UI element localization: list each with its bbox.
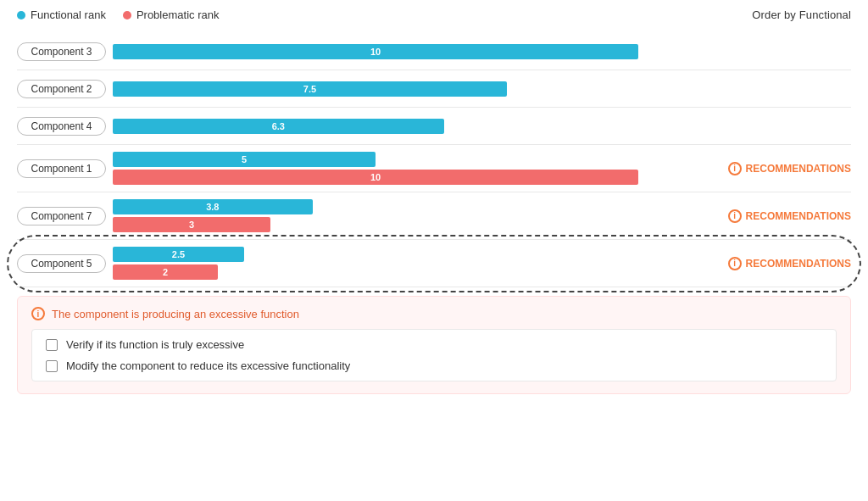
bar-row-red-comp5: 2 — [113, 264, 716, 280]
bar-blue-comp2: 7.5 — [113, 81, 507, 97]
bar-row-blue-comp5: 2.5 — [113, 247, 716, 262]
bar-row-blue-comp7: 3.8 — [113, 199, 716, 214]
row-comp7: Component 73.83iRECOMMENDATIONS — [17, 192, 851, 240]
rec-panel-text: The component is producing an excessive … — [52, 308, 299, 320]
bar-blue-comp7: 3.8 — [113, 199, 313, 214]
rec-panel-header: i The component is producing an excessiv… — [31, 307, 837, 320]
recommendations-tag-comp7[interactable]: iRECOMMENDATIONS — [728, 209, 851, 223]
problematic-legend: Problematic rank — [123, 8, 220, 21]
checkbox-1[interactable] — [46, 360, 58, 372]
bar-label-blue-comp1: 5 — [242, 154, 247, 164]
rec-panel-icon: i — [31, 307, 45, 320]
checkbox-item-0: Verify if its function is truly excessiv… — [46, 338, 822, 351]
rec-icon-comp5: i — [728, 257, 742, 270]
checkbox-label-1: Modify the component to reduce its exces… — [66, 359, 350, 372]
legend-row: Functional rank Problematic rank Order b… — [17, 8, 851, 21]
bar-red-comp5: 2 — [113, 264, 218, 280]
bars-area-comp5: 2.52 — [113, 247, 716, 280]
rec-text-comp1: RECOMMENDATIONS — [746, 163, 851, 175]
chart-row-comp1: Component 1510iRECOMMENDATIONS — [17, 145, 851, 192]
bar-label-blue-comp2: 7.5 — [303, 84, 316, 94]
functional-dot — [17, 11, 25, 19]
component-label-comp2: Component 2 — [17, 80, 106, 98]
bar-label-blue-comp3: 10 — [370, 47, 381, 57]
main-container: Functional rank Problematic rank Order b… — [0, 0, 868, 394]
chart-row-comp5: Component 52.52iRECOMMENDATIONS — [17, 240, 851, 287]
checkbox-item-1: Modify the component to reduce its exces… — [46, 359, 822, 372]
bars-area-comp1: 510 — [113, 152, 716, 185]
bar-blue-comp1: 5 — [113, 152, 376, 167]
chart-row-comp4: Component 46.3 — [17, 108, 851, 145]
recommendations-tag-comp1[interactable]: iRECOMMENDATIONS — [728, 162, 851, 175]
bar-row-red-comp7: 3 — [113, 217, 716, 232]
problematic-dot — [123, 11, 131, 19]
bar-label-blue-comp7: 3.8 — [206, 202, 219, 212]
rec-panel-body: Verify if its function is truly excessiv… — [31, 329, 837, 381]
bars-area-comp2: 7.5 — [113, 81, 851, 97]
row-comp2: Component 27.5 — [17, 70, 851, 108]
bar-label-blue-comp4: 6.3 — [272, 121, 285, 131]
row-comp3: Component 310 — [17, 33, 851, 70]
legend-items: Functional rank Problematic rank — [17, 8, 219, 21]
component-label-comp7: Component 7 — [17, 207, 106, 225]
bar-label-blue-comp5: 2.5 — [172, 249, 185, 259]
recommendations-tag-comp5[interactable]: iRECOMMENDATIONS — [728, 257, 851, 270]
problematic-label: Problematic rank — [136, 8, 220, 21]
component-label-comp1: Component 1 — [17, 159, 106, 178]
functional-legend: Functional rank — [17, 8, 106, 21]
bar-row-blue-comp3: 10 — [113, 44, 851, 59]
rec-icon-comp1: i — [728, 162, 742, 175]
bar-label-red-comp5: 2 — [163, 267, 168, 277]
chart-row-comp2: Component 27.5 — [17, 70, 851, 108]
checkbox-label-0: Verify if its function is truly excessiv… — [66, 338, 244, 351]
component-label-comp3: Component 3 — [17, 42, 106, 61]
bar-red-comp1: 10 — [113, 170, 638, 185]
bar-label-red-comp1: 10 — [370, 172, 381, 182]
chart-row-comp3: Component 310 — [17, 33, 851, 70]
row-comp5: Component 52.52iRECOMMENDATIONS — [17, 240, 851, 287]
bar-blue-comp3: 10 — [113, 44, 638, 59]
recommendation-panel: i The component is producing an excessiv… — [17, 296, 851, 394]
order-by-button[interactable]: Order by Functional — [752, 8, 851, 21]
bar-label-red-comp7: 3 — [189, 220, 194, 230]
chart-row-comp7: Component 73.83iRECOMMENDATIONS — [17, 192, 851, 240]
component-label-comp5: Component 5 — [17, 254, 106, 273]
bar-row-blue-comp2: 7.5 — [113, 81, 851, 97]
row-comp4: Component 46.3 — [17, 108, 851, 145]
bar-blue-comp5: 2.5 — [113, 247, 244, 262]
row-comp1: Component 1510iRECOMMENDATIONS — [17, 145, 851, 192]
bar-blue-comp4: 6.3 — [113, 119, 444, 134]
bar-row-blue-comp4: 6.3 — [113, 119, 851, 134]
rec-text-comp5: RECOMMENDATIONS — [746, 258, 851, 270]
bar-row-blue-comp1: 5 — [113, 152, 716, 167]
bar-row-red-comp1: 10 — [113, 170, 716, 185]
bars-area-comp4: 6.3 — [113, 119, 851, 134]
bar-red-comp7: 3 — [113, 217, 270, 232]
component-label-comp4: Component 4 — [17, 117, 106, 136]
checkbox-0[interactable] — [46, 339, 58, 351]
chart-rows: Component 310Component 27.5Component 46.… — [17, 33, 851, 287]
functional-label: Functional rank — [31, 8, 106, 21]
bars-area-comp3: 10 — [113, 44, 851, 59]
rec-text-comp7: RECOMMENDATIONS — [746, 210, 851, 222]
rec-icon-comp7: i — [728, 209, 742, 223]
bars-area-comp7: 3.83 — [113, 199, 716, 232]
